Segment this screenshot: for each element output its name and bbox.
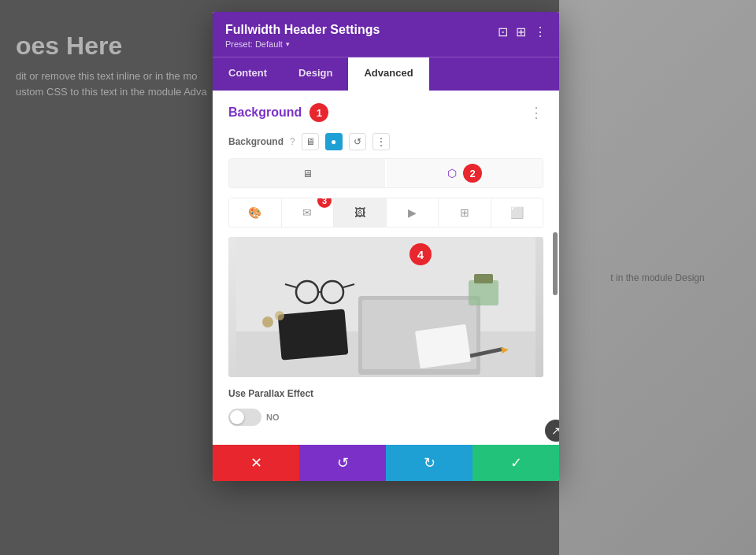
svg-rect-16 xyxy=(415,324,471,369)
pattern-icon: ⊞ xyxy=(460,206,469,219)
parallax-label: Use Parallax Effect xyxy=(228,388,313,399)
redo-icon: ↻ xyxy=(424,454,435,472)
badge-4: 4 xyxy=(410,243,432,265)
preset-arrow-icon: ▾ xyxy=(286,40,290,48)
save-icon: ✓ xyxy=(510,454,522,472)
panel-preset[interactable]: Preset: Default ▾ xyxy=(225,39,380,49)
panel-footer: ✕ ↺ ↻ ✓ xyxy=(213,445,559,481)
section-header: Background 1 ⋮ xyxy=(228,103,543,122)
bg-tab-mask[interactable]: ⬜ xyxy=(491,198,543,227)
svg-rect-11 xyxy=(474,274,493,283)
bg-row-label: Background xyxy=(228,136,284,147)
parallax-value-label: NO xyxy=(266,413,280,422)
svg-point-13 xyxy=(275,311,284,320)
color-swatch-left[interactable]: 🖥 xyxy=(229,159,385,187)
bg-reset-icon[interactable]: ↺ xyxy=(349,133,366,150)
expand-icon[interactable]: ⊡ xyxy=(498,24,508,39)
color-swatch-right[interactable]: ⬡ 2 xyxy=(387,159,543,187)
svg-point-12 xyxy=(262,316,273,327)
bg-control-row: Background ? 🖥 ● ↺ ⋮ xyxy=(228,133,543,150)
bg-tab-gradient[interactable]: ✉ 3 xyxy=(282,198,335,227)
delete-button[interactable]: ✕ xyxy=(213,445,299,481)
scrollbar-indicator[interactable] xyxy=(553,232,558,295)
bg-help-icon[interactable]: ? xyxy=(290,136,295,147)
badge-3: 3 xyxy=(317,198,332,208)
parallax-field-row: Use Parallax Effect xyxy=(228,388,543,399)
desk-scene-svg xyxy=(228,237,543,377)
envelope-icon: ✉ xyxy=(302,206,312,219)
split-icon[interactable]: ⊞ xyxy=(516,24,526,39)
monitor-icon: 🖥 xyxy=(302,168,313,179)
video-icon: ▶ xyxy=(408,206,417,219)
section-title: Background 1 xyxy=(228,103,328,122)
delete-icon: ✕ xyxy=(250,454,262,472)
panel-header: Fullwidth Header Settings Preset: Defaul… xyxy=(213,12,559,57)
settings-panel: Fullwidth Header Settings Preset: Defaul… xyxy=(213,12,559,481)
bg-tab-pattern[interactable]: ⊞ xyxy=(439,198,491,227)
toggle-knob xyxy=(230,410,244,424)
parallax-toggle[interactable] xyxy=(228,409,261,426)
badge-2: 2 xyxy=(463,164,482,183)
tab-design[interactable]: Design xyxy=(283,57,348,91)
panel-body: Background 1 ⋮ Background ? 🖥 ● ↺ ⋮ 🖥 ⬡ … xyxy=(213,91,559,445)
tab-content[interactable]: Content xyxy=(213,57,283,91)
bg-tab-video[interactable]: ▶ xyxy=(387,198,439,227)
background-section-label: Background xyxy=(228,105,302,120)
bg-desktop-icon[interactable]: 🖥 xyxy=(302,133,319,150)
bg-active-icon[interactable]: ● xyxy=(325,133,343,150)
image-preview[interactable]: 4 xyxy=(228,237,543,377)
cursor-icon: ⬡ xyxy=(447,167,457,179)
panel-title: Fullwidth Header Settings xyxy=(225,23,380,37)
save-button[interactable]: ✓ xyxy=(472,445,559,481)
bg-type-tabs: 🎨 ✉ 3 🖼 ▶ ⊞ ⬜ xyxy=(228,198,543,228)
parallax-toggle-row: NO xyxy=(228,409,543,426)
paint-icon: 🎨 xyxy=(248,206,261,219)
color-picker-row: 🖥 ⬡ 2 xyxy=(228,158,543,188)
bg-more-icon[interactable]: ⋮ xyxy=(372,133,390,150)
panel-header-left: Fullwidth Header Settings Preset: Defaul… xyxy=(225,23,380,49)
image-icon: 🖼 xyxy=(354,206,365,219)
redo-button[interactable]: ↻ xyxy=(386,445,472,481)
section-more-icon[interactable]: ⋮ xyxy=(529,104,543,121)
svg-rect-10 xyxy=(469,280,498,305)
panel-header-icons: ⊡ ⊞ ⋮ xyxy=(498,24,547,39)
more-options-icon[interactable]: ⋮ xyxy=(534,24,547,39)
svg-rect-4 xyxy=(278,309,349,360)
badge-1: 1 xyxy=(309,103,328,122)
undo-button[interactable]: ↺ xyxy=(299,445,386,481)
tab-advanced[interactable]: Advanced xyxy=(348,57,428,91)
mask-icon: ⬜ xyxy=(510,206,524,219)
panel-tabs: Content Design Advanced xyxy=(213,57,559,91)
bg-tab-color[interactable]: 🎨 xyxy=(229,198,282,227)
bg-tab-image[interactable]: 🖼 xyxy=(334,198,387,227)
undo-icon: ↺ xyxy=(337,454,349,472)
